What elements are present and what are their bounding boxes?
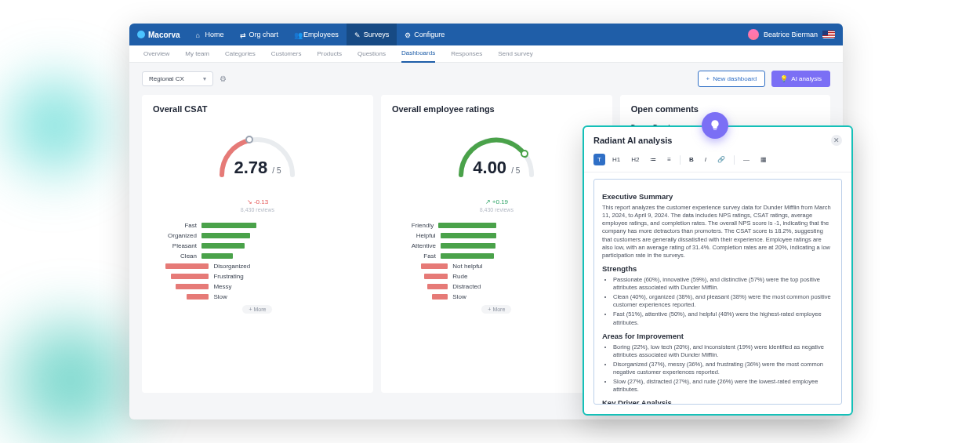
brand: Macorva <box>137 31 180 39</box>
nav-employees[interactable]: 👥Employees <box>286 24 347 45</box>
topbar: Macorva ⌂Home⇄Org chart👥Employees✎Survey… <box>129 24 843 45</box>
user-name: Beatrice Bierman <box>764 31 818 38</box>
format-text-button[interactable]: T <box>593 154 605 165</box>
format-bold-button[interactable]: B <box>685 154 698 165</box>
close-icon[interactable]: ✕ <box>831 135 842 146</box>
tab-products[interactable]: Products <box>317 45 342 62</box>
tab-my-team[interactable]: My team <box>185 45 209 62</box>
attr-bar-negative <box>427 284 448 289</box>
ai-h-improve: Areas for Improvement <box>602 332 833 340</box>
csat-outof: / 5 <box>272 166 281 175</box>
attr-label: Fast <box>392 252 436 260</box>
user-menu[interactable]: Beatrice Bierman <box>748 29 835 40</box>
attr-label: Frustrating <box>213 273 257 280</box>
tab-categories[interactable]: Categories <box>225 45 256 62</box>
emp-outof: / 5 <box>511 166 520 175</box>
ai-title: Radiant AI analysis <box>593 136 672 145</box>
attr-bar-negative <box>421 263 448 269</box>
card-employee-title: Overall employee ratings <box>392 104 601 114</box>
ai-h-strengths: Strengths <box>602 264 833 273</box>
attr-label: Slow <box>452 293 496 300</box>
emp-score: 4.00 <box>473 158 506 177</box>
attr-bar-positive <box>438 223 496 228</box>
card-comments-title: Open comments <box>631 104 819 114</box>
tab-customers[interactable]: Customers <box>271 45 302 62</box>
format-h1-button[interactable]: H1 <box>608 154 624 165</box>
format-h2-button[interactable]: H2 <box>627 154 643 165</box>
subtabs: OverviewMy teamCategoriesCustomersProduc… <box>129 45 843 63</box>
new-dashboard-button[interactable]: + New dashboard <box>698 71 766 87</box>
ai-improve-list: Boring (22%), low tech (20%), and incons… <box>602 343 833 394</box>
new-dashboard-label: New dashboard <box>713 75 757 82</box>
dashboard-selector-label: Regional CX <box>149 75 184 82</box>
home-icon: ⌂ <box>196 31 203 38</box>
locale-flag-us <box>822 31 835 38</box>
attr-bar-negative <box>176 284 209 289</box>
format-hr-button[interactable]: — <box>739 154 753 165</box>
ai-panel: Radiant AI analysis ✕ T H1 H2 ≔ ≡ B I 🔗 … <box>583 125 853 416</box>
attr-bar-negative <box>187 294 209 300</box>
toolbar-separator <box>734 155 735 165</box>
card-employee: Overall employee ratings 4.00 / 5 ↗ +0.1… <box>381 95 612 393</box>
attr-bar-negative <box>424 274 448 279</box>
csat-gauge: 2.78 / 5 ↘ -0.13 8,430 reviews <box>153 123 362 212</box>
attr-bar-positive <box>441 253 494 259</box>
gear-icon[interactable]: ⚙ <box>220 74 227 83</box>
attr-label: Pleasant <box>153 242 197 249</box>
attr-bar-positive <box>201 243 245 249</box>
ai-analysis-button[interactable]: 💡 AI analysis <box>771 71 830 87</box>
attr-bar-negative <box>171 274 209 279</box>
attr-label: Disorganized <box>213 263 257 270</box>
lightbulb-icon: 💡 <box>780 75 788 82</box>
toolbar-separator <box>680 155 681 165</box>
toolbar: Regional CX ▾ ⚙ + New dashboard 💡 AI ana… <box>129 63 843 95</box>
attr-label: Rude <box>452 273 496 280</box>
attr-bar-positive <box>441 233 497 238</box>
tab-send-survey[interactable]: Send survey <box>498 45 532 62</box>
csat-attributes: FastOrganizedPleasantCleanDisorganizedFr… <box>153 222 362 300</box>
nav-org-chart[interactable]: ⇄Org chart <box>232 24 287 45</box>
list-item: Clean (40%), organized (38%), and pleasa… <box>613 293 833 309</box>
attr-label: Helpful <box>392 232 436 239</box>
emp-more-button[interactable]: + More <box>481 305 511 314</box>
attr-bar-negative <box>432 294 448 300</box>
list-item: Slow (27%), distracted (27%), and rude (… <box>613 378 833 394</box>
ai-body[interactable]: Executive Summary This report analyzes t… <box>593 179 842 405</box>
nav-surveys[interactable]: ✎Surveys <box>347 24 397 45</box>
list-item: Boring (22%), low tech (20%), and incons… <box>613 343 833 359</box>
attr-bar-positive <box>201 253 233 259</box>
attr-bar-positive <box>201 233 250 238</box>
format-numbers-button[interactable]: ≡ <box>663 154 675 165</box>
format-italic-button[interactable]: I <box>701 154 710 165</box>
list-item: Passionate (60%), innovative (59%), and … <box>613 276 833 292</box>
tab-responses[interactable]: Responses <box>451 45 482 62</box>
brand-label: Macorva <box>148 31 180 39</box>
attr-label: Slow <box>213 293 257 300</box>
format-link-button[interactable]: 🔗 <box>713 154 729 165</box>
tab-dashboards[interactable]: Dashboards <box>401 45 435 63</box>
nav-home[interactable]: ⌂Home <box>188 24 232 45</box>
tab-questions[interactable]: Questions <box>358 45 386 62</box>
emp-attributes: FriendlyHelpfulAttentiveFastNot helpfulR… <box>392 222 601 300</box>
card-csat: Overall CSAT 2.78 / 5 ↘ -0.13 8,430 revi… <box>142 95 373 393</box>
attr-label: Fast <box>153 222 197 229</box>
attr-label: Distracted <box>452 283 496 290</box>
csat-more-button[interactable]: + More <box>242 305 272 314</box>
ai-bubble-icon[interactable] <box>702 112 728 139</box>
employees-icon: 👥 <box>294 31 301 38</box>
csat-score: 2.78 <box>234 158 267 177</box>
format-bullets-button[interactable]: ≔ <box>646 154 660 165</box>
org chart-icon: ⇄ <box>240 31 247 38</box>
ai-p-exec: This report analyzes the customer experi… <box>602 204 833 260</box>
nav-configure[interactable]: ⚙Configure <box>397 24 452 45</box>
plus-icon: + <box>706 75 710 82</box>
chevron-down-icon: ▾ <box>203 75 206 82</box>
emp-gauge: 4.00 / 5 ↗ +0.19 8,430 reviews <box>392 123 601 212</box>
attr-label: Messy <box>213 283 257 290</box>
list-item: Fast (51%), attentive (50%), and helpful… <box>613 310 833 326</box>
brand-icon <box>137 31 145 38</box>
main-nav: ⌂Home⇄Org chart👥Employees✎Surveys⚙Config… <box>188 24 453 45</box>
format-table-button[interactable]: ▦ <box>757 154 771 165</box>
dashboard-selector[interactable]: Regional CX ▾ <box>142 71 213 86</box>
tab-overview[interactable]: Overview <box>143 45 169 62</box>
